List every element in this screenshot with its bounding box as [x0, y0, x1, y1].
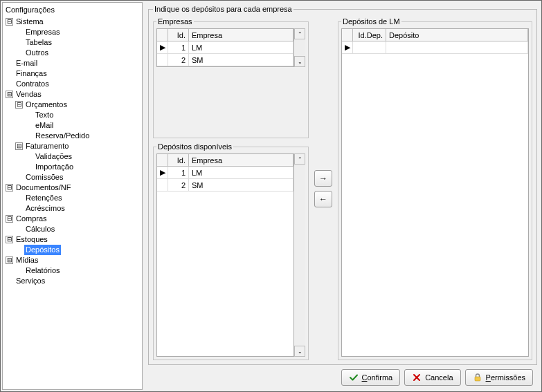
- group-disponiveis: Depósitos disponíveis Id. Empresa: [153, 142, 309, 360]
- tree-node-orcamentos[interactable]: ⊟ Orçamentos: [15, 100, 142, 110]
- table-row[interactable]: ▶ 1 LM: [157, 41, 293, 54]
- x-icon: [412, 373, 422, 382]
- main-title: Indique os depósitos para cada empresa: [153, 5, 293, 13]
- tree-node-vendas[interactable]: ⊟ Vendas: [6, 89, 142, 100]
- tree-node-reserva[interactable]: Reserva/Pedido: [25, 131, 142, 141]
- col-indicator: [157, 154, 168, 166]
- toggle-icon[interactable]: ⊟: [6, 91, 13, 98]
- scroll-up-icon[interactable]: ⌃: [294, 153, 305, 165]
- check-icon: [349, 373, 359, 382]
- tree-node-compras[interactable]: ⊟ Compras: [6, 214, 142, 224]
- table-row[interactable]: ▶ 1 LM: [157, 167, 293, 179]
- col-iddep[interactable]: Id.Dep.: [353, 29, 386, 41]
- col-id[interactable]: Id.: [168, 29, 189, 41]
- col-indicator: [342, 29, 353, 41]
- tree-node-tabelas[interactable]: Tabelas: [15, 37, 142, 48]
- scroll-track[interactable]: [294, 165, 305, 346]
- tree-node-calculos[interactable]: Cálculos: [15, 224, 142, 234]
- group-destino-title: Depósitos de LM: [341, 17, 401, 26]
- tree-root-label: Configurações: [6, 4, 142, 17]
- col-deposito[interactable]: Depósito: [386, 29, 528, 41]
- group-destino: Depósitos de LM Id.Dep. Depósito: [338, 17, 532, 360]
- table-row[interactable]: 2 SM: [157, 179, 293, 192]
- tree-node-comissoes[interactable]: Comissões: [15, 172, 142, 183]
- col-empresa[interactable]: Empresa: [189, 29, 293, 41]
- confirma-label: onfirma: [367, 373, 392, 382]
- permissoes-mnemonic: P: [486, 373, 491, 382]
- tree-node-texto[interactable]: Texto: [25, 110, 142, 120]
- group-empresas-title: Empresas: [156, 17, 194, 26]
- main-groupbox: Indique os depósitos para cada empresa E…: [148, 5, 537, 365]
- toggle-icon[interactable]: ⊟: [15, 101, 23, 109]
- toggle-icon[interactable]: ⊟: [6, 256, 13, 264]
- scroll-down-icon[interactable]: ⌄: [294, 346, 305, 357]
- move-right-button[interactable]: →: [314, 170, 332, 187]
- group-disponiveis-title: Depósitos disponíveis: [156, 142, 233, 151]
- row-indicator-icon: ▶: [157, 167, 168, 178]
- cancela-label: Cancela: [425, 373, 453, 382]
- scroll-down-icon[interactable]: ⌄: [294, 56, 305, 67]
- table-row[interactable]: 2 SM: [157, 54, 293, 66]
- tree-node-contratos[interactable]: Contratos: [6, 79, 142, 89]
- lock-icon: [473, 373, 482, 382]
- scrollbar[interactable]: ⌃ ⌄: [294, 28, 305, 67]
- tree-node-documentos[interactable]: ⊟ Documentos/NF: [6, 183, 142, 193]
- grid-destino[interactable]: Id.Dep. Depósito ▶: [341, 28, 529, 357]
- toggle-icon[interactable]: ⊟: [6, 215, 13, 223]
- arrow-right-icon: →: [319, 174, 327, 183]
- col-empresa[interactable]: Empresa: [189, 154, 293, 166]
- toggle-icon[interactable]: ⊟: [6, 184, 13, 192]
- arrow-left-icon: ←: [319, 194, 327, 204]
- row-indicator-icon: [157, 179, 168, 191]
- tree-node-sistema[interactable]: ⊟ Sistema: [6, 17, 142, 27]
- row-indicator-icon: [157, 54, 168, 66]
- col-indicator: [157, 29, 168, 41]
- tree-node-retencoes[interactable]: Retenções: [15, 193, 142, 203]
- move-left-button[interactable]: ←: [314, 191, 332, 207]
- tree-node-emailv[interactable]: eMail: [25, 120, 142, 131]
- cancela-button[interactable]: Cancela: [404, 369, 460, 386]
- tree-node-midias[interactable]: ⊟ Mídias: [6, 255, 142, 265]
- tree-node-outros[interactable]: Outros: [15, 48, 142, 58]
- scroll-up-icon[interactable]: ⌃: [294, 28, 305, 39]
- group-empresas: Empresas Id. Empresa: [153, 17, 309, 138]
- tree-node-faturamento[interactable]: ⊟ Faturamento: [15, 141, 142, 151]
- col-id[interactable]: Id.: [168, 154, 189, 166]
- tree-node-acrescimos[interactable]: Acréscimos: [15, 203, 142, 214]
- config-tree[interactable]: Configurações ⊟ Sistema Empresas Tabelas…: [2, 2, 143, 390]
- toggle-icon[interactable]: ⊟: [6, 236, 13, 243]
- svg-rect-2: [475, 377, 480, 381]
- tree-node-financas[interactable]: Finanças: [6, 68, 142, 79]
- scrollbar[interactable]: ⌃ ⌄: [294, 153, 305, 357]
- tree-node-importacao[interactable]: Importação: [25, 162, 142, 172]
- grid-empresas[interactable]: Id. Empresa ▶ 1 LM: [156, 28, 294, 67]
- tree-node-depositos[interactable]: Depósitos: [15, 245, 142, 255]
- toggle-icon[interactable]: ⊟: [6, 18, 13, 26]
- tree-node-estoques[interactable]: ⊟ Estoques: [6, 234, 142, 245]
- confirma-button[interactable]: Confirma: [341, 369, 401, 386]
- scroll-track[interactable]: [294, 39, 305, 56]
- permissoes-button[interactable]: Permissões: [465, 369, 533, 386]
- row-indicator-icon: ▶: [157, 41, 168, 53]
- row-indicator-icon: ▶: [342, 41, 353, 53]
- toggle-icon[interactable]: ⊟: [15, 142, 23, 150]
- permissoes-label: ermissões: [491, 373, 525, 382]
- tree-node-validacoes[interactable]: Validações: [25, 151, 142, 162]
- grid-disponiveis[interactable]: Id. Empresa ▶ 1 LM: [156, 153, 294, 357]
- tree-node-relatorios[interactable]: Relatórios: [15, 265, 142, 276]
- tree-node-empresas[interactable]: Empresas: [15, 27, 142, 37]
- tree-node-servicos[interactable]: Serviços: [6, 276, 142, 286]
- tree-node-email[interactable]: E-mail: [6, 58, 142, 68]
- table-row[interactable]: ▶: [342, 41, 528, 54]
